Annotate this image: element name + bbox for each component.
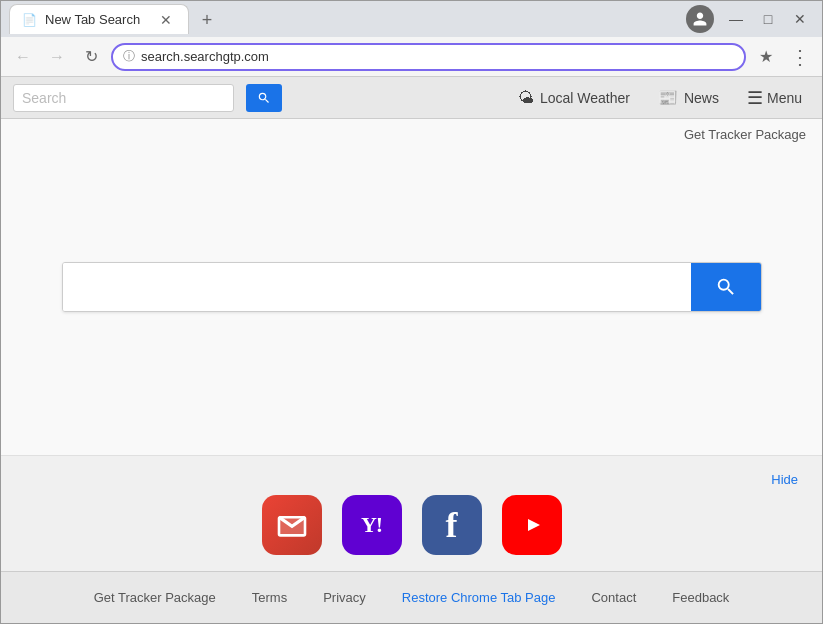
tab-icon: 📄 xyxy=(22,13,37,27)
footer-get-tracker-link[interactable]: Get Tracker Package xyxy=(76,582,234,613)
local-weather-label: Local Weather xyxy=(540,90,630,106)
chrome-menu-button[interactable]: ⋮ xyxy=(786,43,814,71)
footer-contact-link[interactable]: Contact xyxy=(573,582,654,613)
refresh-button[interactable]: ↻ xyxy=(77,43,105,71)
footer-terms-link[interactable]: Terms xyxy=(234,582,305,613)
yahoo-link[interactable]: Y! xyxy=(342,495,402,555)
back-button[interactable]: ← xyxy=(9,43,37,71)
hamburger-icon: ☰ xyxy=(747,87,763,109)
title-bar: 📄 New Tab Search ✕ + — □ ✕ xyxy=(1,1,822,37)
weather-icon: 🌤 xyxy=(518,89,534,107)
extension-toolbar: Search 🌤 Local Weather 📰 News ☰ Menu xyxy=(1,77,822,119)
close-button[interactable]: ✕ xyxy=(786,5,814,33)
toolbar-search-placeholder: Search xyxy=(22,90,66,106)
tracker-package-link[interactable]: Get Tracker Package xyxy=(684,127,806,142)
minimize-button[interactable]: — xyxy=(722,5,750,33)
footer-restore-chrome-link[interactable]: Restore Chrome Tab Page xyxy=(384,582,574,613)
new-tab-button[interactable]: + xyxy=(193,6,221,34)
window-controls: — □ ✕ xyxy=(722,5,814,33)
maximize-button[interactable]: □ xyxy=(754,5,782,33)
news-label: News xyxy=(684,90,719,106)
address-bar[interactable]: ⓘ search.searchgtp.com xyxy=(111,43,746,71)
news-link[interactable]: 📰 News xyxy=(650,84,727,111)
address-text: search.searchgtp.com xyxy=(141,49,269,64)
gmail-link[interactable] xyxy=(262,495,322,555)
secure-icon: ⓘ xyxy=(123,48,135,65)
footer-privacy-link[interactable]: Privacy xyxy=(305,582,384,613)
quick-links: Y! f xyxy=(1,495,822,555)
tab-title: New Tab Search xyxy=(45,12,148,27)
toolbar-search-box: Search xyxy=(13,84,234,112)
browser-window: 📄 New Tab Search ✕ + — □ ✕ ← → ↻ ⓘ searc… xyxy=(0,0,823,624)
facebook-link[interactable]: f xyxy=(422,495,482,555)
menu-label: Menu xyxy=(767,90,802,106)
news-icon: 📰 xyxy=(658,88,678,107)
footer-feedback-link[interactable]: Feedback xyxy=(654,582,747,613)
active-tab[interactable]: 📄 New Tab Search ✕ xyxy=(9,4,189,34)
main-search-box xyxy=(62,262,762,312)
tab-close-button[interactable]: ✕ xyxy=(156,10,176,30)
profile-button[interactable] xyxy=(686,5,714,33)
youtube-link[interactable] xyxy=(502,495,562,555)
toolbar-menu-button[interactable]: ☰ Menu xyxy=(739,83,810,113)
hide-button[interactable]: Hide xyxy=(1,472,822,495)
nav-bar: ← → ↻ ⓘ search.searchgtp.com ★ ⋮ xyxy=(1,37,822,77)
forward-button[interactable]: → xyxy=(43,43,71,71)
local-weather-link[interactable]: 🌤 Local Weather xyxy=(510,85,638,111)
bookmark-button[interactable]: ★ xyxy=(752,43,780,71)
main-search-button[interactable] xyxy=(691,263,761,311)
footer: Get Tracker Package Terms Privacy Restor… xyxy=(1,571,822,623)
main-search-input[interactable] xyxy=(63,263,691,311)
page-content: Get Tracker Package Hide xyxy=(1,119,822,623)
tab-area: 📄 New Tab Search ✕ + xyxy=(9,4,686,34)
main-search-area xyxy=(1,119,822,455)
toolbar-search-button[interactable] xyxy=(246,84,282,112)
quick-links-section: Hide Y! f xyxy=(1,455,822,571)
